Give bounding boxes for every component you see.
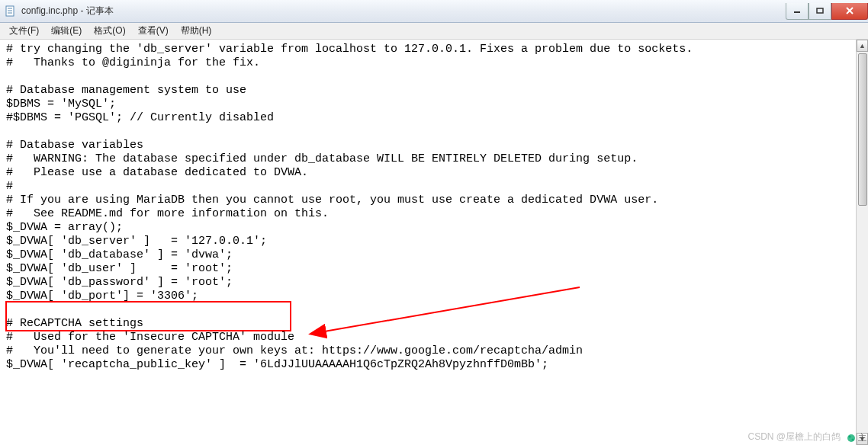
window-title: config.inc.php - 记事本 bbox=[21, 5, 114, 18]
svg-point-10 bbox=[847, 434, 855, 442]
svg-point-11 bbox=[849, 435, 851, 437]
window-controls bbox=[786, 3, 868, 20]
menu-edit[interactable]: 编辑(E) bbox=[45, 23, 88, 39]
tray-label: 主 bbox=[858, 432, 866, 443]
antivirus-tray-icon[interactable] bbox=[846, 433, 857, 443]
menu-format[interactable]: 格式(O) bbox=[88, 23, 131, 39]
close-button[interactable] bbox=[831, 3, 868, 20]
notepad-icon bbox=[5, 5, 17, 18]
text-editor[interactable]: # try changing the 'db_server' variable … bbox=[0, 40, 856, 445]
menu-view[interactable]: 查看(V) bbox=[132, 23, 175, 39]
titlebar-left: config.inc.php - 记事本 bbox=[5, 5, 114, 18]
menu-help[interactable]: 帮助(H) bbox=[175, 23, 218, 39]
svg-point-12 bbox=[852, 438, 854, 440]
vertical-scrollbar[interactable]: ▲ ▼ bbox=[856, 40, 868, 445]
scroll-up-arrow[interactable]: ▲ bbox=[857, 40, 868, 52]
content-area: # try changing the 'db_server' variable … bbox=[0, 40, 868, 445]
svg-rect-5 bbox=[817, 8, 823, 13]
tray-area: 主 bbox=[846, 432, 866, 443]
scroll-thumb[interactable] bbox=[858, 53, 867, 206]
watermark: CSDN @屋檐上的白鸽 bbox=[747, 431, 841, 443]
titlebar: config.inc.php - 记事本 bbox=[0, 0, 868, 23]
menubar: 文件(F) 编辑(E) 格式(O) 查看(V) 帮助(H) bbox=[0, 23, 868, 40]
menu-file[interactable]: 文件(F) bbox=[3, 23, 45, 39]
minimize-button[interactable] bbox=[786, 3, 809, 20]
maximize-button[interactable] bbox=[809, 3, 831, 20]
